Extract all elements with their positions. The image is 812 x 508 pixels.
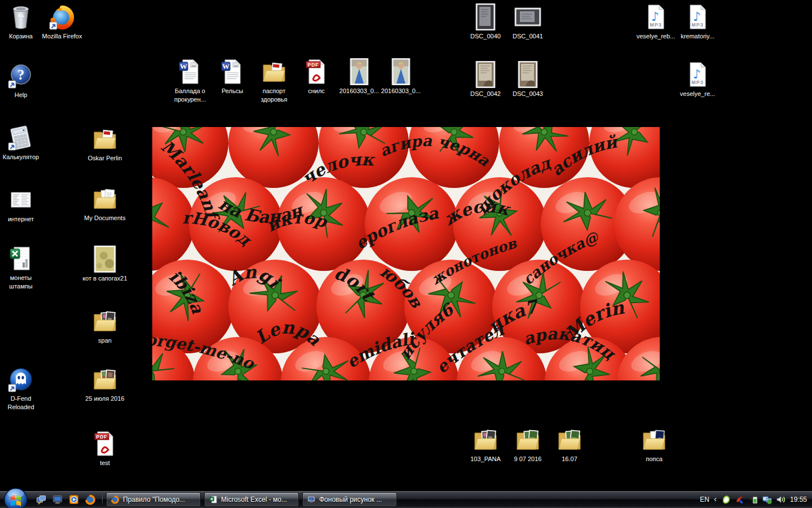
show-desktop-icon[interactable] (35, 493, 47, 506)
desktop-icon-label: DSC_0043 (513, 90, 543, 98)
firefox-icon (48, 3, 76, 30)
photo-brown-p-icon (472, 61, 499, 88)
pdf-icon: PDF (303, 58, 330, 85)
quick-launch-bar (35, 493, 96, 506)
brush-icon[interactable] (735, 494, 745, 505)
desktop-icon-label: Баллада о прокурен... (167, 87, 213, 104)
desktop-icon-label: монеты штампы (0, 274, 44, 291)
desktop-icon-excel[interactable]: монеты штампы (0, 245, 46, 291)
excel-icon (7, 245, 34, 272)
desktop-icon-label: 16.07 (562, 455, 577, 463)
taskbar-button-display-properties[interactable]: Фоновый рисунок ... (302, 492, 397, 507)
taskbar-button-label: Фоновый рисунок ... (319, 496, 382, 503)
folder-pdf-icon (91, 125, 118, 152)
desktop-icon-label: кот в сапогах21 (82, 274, 127, 283)
taskbar-button-excel[interactable]: Microsoft Excel - мо... (204, 492, 299, 507)
photo-person-icon (387, 58, 414, 85)
taskbar: Правило "Помодо... Microsoft Excel - мо.… (0, 491, 812, 508)
desktop-icon-photo-brown-p[interactable]: DSC_0043 (502, 61, 553, 98)
doc-image-icon (7, 186, 34, 213)
svg-text:MP3: MP3 (691, 80, 704, 85)
photo-dark-l-icon (514, 3, 541, 30)
taskbar-separator (102, 493, 103, 506)
start-button[interactable] (0, 491, 30, 508)
volume-icon[interactable] (775, 494, 785, 505)
desktop-icon-label: интернет (8, 215, 34, 224)
desktop-icon-label: veselye_reb... (637, 32, 675, 41)
leaf-icon[interactable] (721, 494, 731, 505)
photo-person-icon (346, 58, 373, 85)
desktop-monitor-icon[interactable] (51, 493, 64, 506)
svg-text:W: W (180, 62, 187, 71)
word-icon: W (219, 58, 246, 85)
desktop-icon-label: D-Fend Reloaded (0, 395, 44, 411)
mp3-icon: ♪ MP3 (642, 3, 669, 30)
desktop-icon-label: Mozilla Firefox (42, 32, 82, 41)
desktop-icon-label: 9 07 2016 (514, 455, 542, 463)
desktop-icon-folder-photos[interactable]: span (80, 308, 130, 345)
desktop-icon-label: DSC_0041 (513, 32, 543, 41)
svg-text:PDF: PDF (96, 434, 108, 440)
desktop-icon-label: span (98, 336, 112, 345)
desktop-icon-photo-olive[interactable]: кот в сапогах21 (80, 246, 130, 283)
desktop-icon-photo-person[interactable]: 20160303_0... (376, 58, 426, 95)
desktop-icon-calculator[interactable]: Калькулятор (0, 124, 46, 161)
folder-photos-icon (472, 426, 499, 453)
desktop-icon-help[interactable]: ? Help (0, 62, 46, 99)
folder-blue-icon (641, 426, 668, 453)
firefox-icon[interactable] (84, 493, 96, 506)
display-icon (307, 495, 316, 504)
language-indicator[interactable]: EN (700, 496, 709, 503)
svg-text:MP3: MP3 (650, 22, 662, 28)
desktop-icon-label: Рельсы (222, 87, 243, 95)
desktop-icon-mp3[interactable]: ♪ MP3krematoriy... (672, 3, 723, 41)
desktop-icon-label: 20160303_0... (339, 87, 379, 95)
wallpaper-image: Marleanft Ана Банана Пчелочка багира чер… (152, 127, 660, 380)
desktop-icon-label: попса (646, 455, 663, 463)
media-player-icon[interactable] (68, 493, 80, 506)
desktop-icon-pdf[interactable]: PDF test (80, 430, 130, 467)
svg-text:PDF: PDF (308, 62, 319, 68)
desktop: Marleanft Ана Банана Пчелочка багира чер… (0, 0, 812, 491)
clock[interactable]: 19:55 (790, 496, 807, 503)
network-icon[interactable] (762, 494, 772, 505)
dfend-icon (7, 366, 34, 393)
firefox-icon (111, 495, 120, 504)
tray-collapse-arrow[interactable]: ‹ (714, 496, 717, 502)
desktop-icon-label: 25 июля 2016 (85, 395, 124, 403)
desktop-icon-label: Oskar Perlin (88, 154, 122, 163)
pdf-icon: PDF (91, 430, 118, 457)
desktop-icon-folder-blue[interactable]: попса (629, 426, 679, 463)
tray-icons (721, 494, 785, 505)
help-icon: ? (7, 62, 34, 89)
desktop-icon-label: снилс (308, 87, 325, 95)
mp3-icon: ♪ MP3 (684, 61, 711, 88)
power-icon[interactable] (748, 494, 758, 505)
word-icon: W (176, 58, 204, 85)
desktop-icon-folder-photo-green[interactable]: 16.07 (544, 426, 595, 463)
desktop-icon-doc-image[interactable]: интернет (0, 186, 46, 224)
photo-dark-p-icon (472, 3, 499, 30)
taskbar-button-firefox-pomodoro[interactable]: Правило "Помодо... (106, 492, 201, 507)
desktop-icon-mp3[interactable]: ♪ MP3veselye_re... (672, 61, 723, 98)
excel-icon (209, 495, 218, 504)
desktop-icon-folder-photo2[interactable]: 25 июля 2016 (80, 366, 130, 403)
desktop-icon-firefox[interactable]: Mozilla Firefox (37, 3, 87, 41)
desktop-icon-photo-dark-l[interactable]: DSC_0041 (502, 3, 553, 41)
desktop-icon-folder-pdf[interactable]: Oskar Perlin (80, 125, 130, 163)
folder-photo-green-icon (556, 426, 583, 453)
mp3-icon: ♪ MP3 (684, 3, 711, 30)
taskbar-button-label: Правило "Помодо... (123, 496, 185, 503)
desktop-icon-folder-docs[interactable]: My Documents (80, 185, 130, 222)
photo-brown-p-icon (514, 61, 541, 88)
desktop-icon-label: DSC_0040 (470, 32, 501, 41)
desktop-icon-label: My Documents (84, 214, 125, 222)
desktop-icon-label: 20160303_0... (381, 87, 421, 95)
desktop-icon-label: krematoriy... (681, 32, 714, 41)
desktop-icon-label: 103_PANA (470, 455, 501, 463)
taskbar-button-label: Microsoft Excel - мо... (221, 496, 287, 503)
folder-photo-green-icon (514, 426, 541, 453)
desktop-icon-dfend[interactable]: D-Fend Reloaded (0, 366, 46, 411)
folder-photo2-icon (91, 366, 118, 393)
calculator-icon (7, 124, 34, 151)
